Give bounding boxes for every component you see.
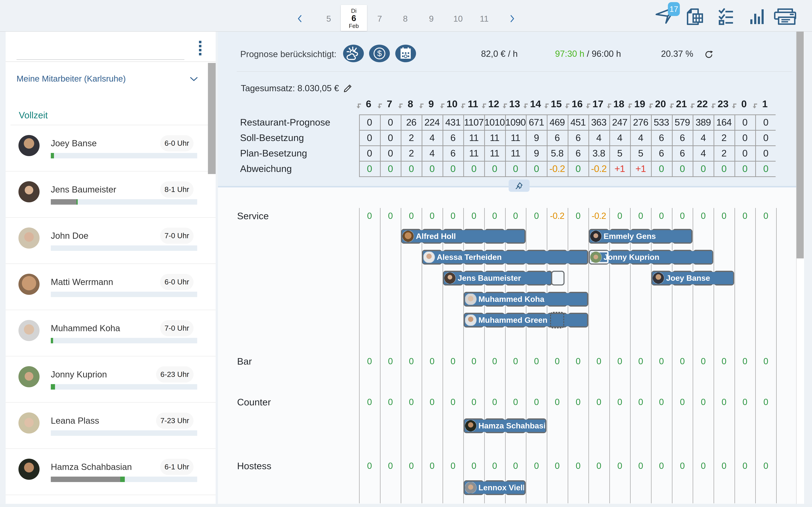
- svg-text:$: $: [377, 49, 382, 58]
